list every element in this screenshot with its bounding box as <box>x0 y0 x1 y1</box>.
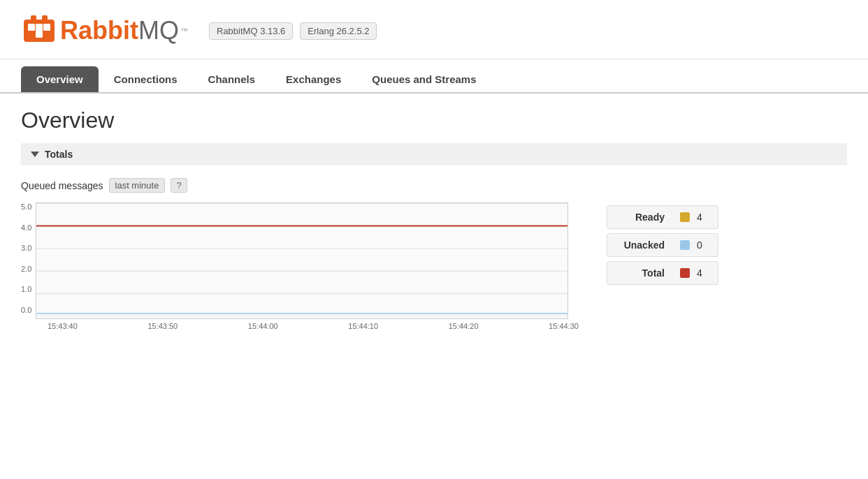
tab-exchanges[interactable]: Exchanges <box>270 66 356 92</box>
legend-unacked-value: 0 <box>697 240 708 251</box>
help-badge[interactable]: ? <box>171 178 187 193</box>
legend-ready-color <box>680 212 690 222</box>
totals-section-header[interactable]: Totals <box>21 143 847 165</box>
tab-channels[interactable]: Channels <box>193 66 271 92</box>
chart-title: Queued messages <box>21 180 103 191</box>
chart-row: 5.0 4.0 3.0 2.0 1.0 0.0 <box>21 202 847 330</box>
nav: Overview Connections Channels Exchanges … <box>0 66 868 94</box>
legend-total-label: Total <box>617 267 673 279</box>
y-axis-label-3: 3.0 <box>21 244 31 252</box>
logo-tm: ™ <box>180 27 188 35</box>
legend-item-unacked: Unacked 0 <box>607 233 718 257</box>
totals-label: Totals <box>45 149 73 160</box>
legend-total-color <box>680 268 690 278</box>
svg-rect-3 <box>36 24 43 38</box>
erlang-badge: Erlang 26.2.5.2 <box>300 22 377 40</box>
legend-unacked-color <box>680 240 690 250</box>
svg-rect-2 <box>43 24 50 31</box>
svg-rect-1 <box>28 24 35 31</box>
x-axis-label-0: 15:43:40 <box>48 322 78 330</box>
page-title: Overview <box>21 108 847 133</box>
legend-ready-value: 4 <box>697 212 708 223</box>
logo-mq: MQ <box>138 16 179 45</box>
y-axis-label-5: 5.0 <box>21 202 31 211</box>
y-axis-label-4: 4.0 <box>21 223 31 232</box>
y-axis-label-1: 1.0 <box>21 285 31 293</box>
x-axis-label-2: 15:44:00 <box>248 322 278 330</box>
svg-rect-5 <box>42 15 48 22</box>
chart-legend: Ready 4 Unacked 0 Total 4 <box>607 205 718 285</box>
y-axis-label-0: 0.0 <box>21 306 31 314</box>
legend-total-value: 4 <box>697 267 708 279</box>
logo-rabbit: Rabbit <box>60 16 138 45</box>
legend-unacked-label: Unacked <box>617 240 673 251</box>
header: RabbitMQ™ RabbitMQ 3.13.6 Erlang 26.2.5.… <box>0 0 868 59</box>
legend-item-total: Total 4 <box>607 261 718 285</box>
chart-svg-wrap <box>36 202 568 319</box>
y-axis-label-2: 2.0 <box>21 265 31 273</box>
time-range-badge[interactable]: last minute <box>109 178 166 193</box>
legend-item-ready: Ready 4 <box>607 205 718 229</box>
tab-overview[interactable]: Overview <box>21 66 99 92</box>
legend-ready-label: Ready <box>617 212 673 223</box>
tab-queues[interactable]: Queues and Streams <box>356 66 491 92</box>
version-badge: RabbitMQ 3.13.6 <box>209 22 293 40</box>
x-axis-label-1: 15:43:50 <box>147 322 178 330</box>
x-axis-label-3: 15:44:10 <box>348 322 378 330</box>
rabbitmq-logo-icon <box>21 13 57 49</box>
logo: RabbitMQ™ <box>21 13 188 49</box>
chart-svg <box>36 203 567 316</box>
svg-rect-4 <box>31 15 36 22</box>
x-axis-label-4: 15:44:20 <box>449 322 479 330</box>
totals-arrow-icon <box>31 152 39 157</box>
tab-connections[interactable]: Connections <box>99 66 193 92</box>
chart-label-row: Queued messages last minute ? <box>21 178 847 193</box>
page-content: Overview Totals Queued messages last min… <box>0 94 868 344</box>
x-axis-label-5: 15:44:30 <box>549 322 579 330</box>
chart-container: 5.0 4.0 3.0 2.0 1.0 0.0 <box>21 202 579 330</box>
